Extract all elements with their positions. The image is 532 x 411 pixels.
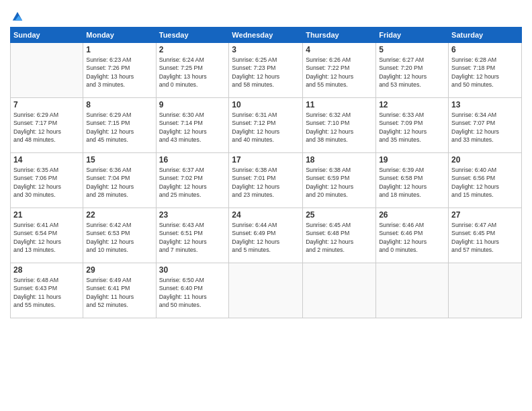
calendar-week-1: 1Sunrise: 6:23 AM Sunset: 7:26 PM Daylig… [11, 43, 522, 98]
calendar-week-2: 7Sunrise: 6:29 AM Sunset: 7:17 PM Daylig… [11, 98, 522, 153]
day-info: Sunrise: 6:42 AM Sunset: 6:53 PM Dayligh… [86, 221, 152, 254]
day-header-sunday: Sunday [11, 28, 83, 43]
day-header-tuesday: Tuesday [156, 28, 229, 43]
calendar-table: SundayMondayTuesdayWednesdayThursdayFrid… [10, 27, 522, 318]
day-number: 13 [451, 100, 519, 109]
day-info: Sunrise: 6:47 AM Sunset: 6:45 PM Dayligh… [451, 221, 519, 254]
day-number: 26 [379, 210, 445, 220]
day-info: Sunrise: 6:40 AM Sunset: 6:56 PM Dayligh… [451, 166, 519, 199]
calendar-cell: 19Sunrise: 6:39 AM Sunset: 6:58 PM Dayli… [376, 153, 449, 208]
calendar-cell: 29Sunrise: 6:49 AM Sunset: 6:41 PM Dayli… [83, 263, 156, 318]
calendar-cell: 12Sunrise: 6:33 AM Sunset: 7:09 PM Dayli… [376, 98, 449, 153]
calendar-cell: 13Sunrise: 6:34 AM Sunset: 7:07 PM Dayli… [449, 98, 522, 153]
calendar-cell: 22Sunrise: 6:42 AM Sunset: 6:53 PM Dayli… [83, 208, 156, 263]
day-info: Sunrise: 6:30 AM Sunset: 7:14 PM Dayligh… [159, 111, 226, 144]
day-info: Sunrise: 6:41 AM Sunset: 6:54 PM Dayligh… [13, 221, 80, 254]
day-info: Sunrise: 6:38 AM Sunset: 6:59 PM Dayligh… [306, 166, 373, 199]
day-number: 17 [232, 155, 300, 165]
day-info: Sunrise: 6:34 AM Sunset: 7:07 PM Dayligh… [451, 111, 519, 144]
day-info: Sunrise: 6:29 AM Sunset: 7:17 PM Dayligh… [13, 111, 80, 144]
day-number: 7 [13, 100, 80, 109]
day-info: Sunrise: 6:44 AM Sunset: 6:49 PM Dayligh… [232, 221, 300, 254]
day-info: Sunrise: 6:38 AM Sunset: 7:01 PM Dayligh… [232, 166, 300, 199]
day-number: 8 [86, 100, 152, 109]
calendar-cell [303, 263, 376, 318]
day-info: Sunrise: 6:37 AM Sunset: 7:02 PM Dayligh… [159, 166, 226, 199]
day-number: 1 [86, 45, 152, 54]
calendar-cell: 26Sunrise: 6:46 AM Sunset: 6:46 PM Dayli… [376, 208, 449, 263]
calendar-week-4: 21Sunrise: 6:41 AM Sunset: 6:54 PM Dayli… [11, 208, 522, 263]
day-number: 29 [86, 265, 152, 275]
calendar-cell [11, 43, 83, 98]
day-info: Sunrise: 6:32 AM Sunset: 7:10 PM Dayligh… [306, 111, 373, 144]
day-number: 12 [379, 100, 445, 109]
day-number: 23 [159, 210, 226, 220]
day-number: 9 [159, 100, 226, 109]
day-info: Sunrise: 6:24 AM Sunset: 7:25 PM Dayligh… [159, 56, 226, 89]
day-info: Sunrise: 6:49 AM Sunset: 6:41 PM Dayligh… [86, 276, 152, 309]
day-info: Sunrise: 6:48 AM Sunset: 6:43 PM Dayligh… [13, 276, 80, 309]
day-number: 21 [13, 210, 80, 220]
day-info: Sunrise: 6:46 AM Sunset: 6:46 PM Dayligh… [379, 221, 445, 254]
day-info: Sunrise: 6:27 AM Sunset: 7:20 PM Dayligh… [379, 56, 445, 89]
calendar-cell: 6Sunrise: 6:28 AM Sunset: 7:18 PM Daylig… [449, 43, 522, 98]
day-info: Sunrise: 6:43 AM Sunset: 6:51 PM Dayligh… [159, 221, 226, 254]
day-number: 18 [306, 155, 373, 165]
calendar-cell: 30Sunrise: 6:50 AM Sunset: 6:40 PM Dayli… [156, 263, 229, 318]
calendar-cell: 10Sunrise: 6:31 AM Sunset: 7:12 PM Dayli… [229, 98, 303, 153]
day-number: 28 [13, 265, 80, 275]
calendar-cell [229, 263, 303, 318]
logo [10, 9, 24, 23]
day-number: 4 [306, 45, 373, 54]
day-info: Sunrise: 6:39 AM Sunset: 6:58 PM Dayligh… [379, 166, 445, 199]
day-number: 2 [159, 45, 226, 54]
calendar-cell: 18Sunrise: 6:38 AM Sunset: 6:59 PM Dayli… [303, 153, 376, 208]
day-info: Sunrise: 6:29 AM Sunset: 7:15 PM Dayligh… [86, 111, 152, 144]
calendar-cell: 28Sunrise: 6:48 AM Sunset: 6:43 PM Dayli… [11, 263, 83, 318]
calendar-cell: 25Sunrise: 6:45 AM Sunset: 6:48 PM Dayli… [303, 208, 376, 263]
day-number: 16 [159, 155, 226, 165]
calendar-cell: 11Sunrise: 6:32 AM Sunset: 7:10 PM Dayli… [303, 98, 376, 153]
day-number: 6 [451, 45, 519, 54]
calendar-cell: 17Sunrise: 6:38 AM Sunset: 7:01 PM Dayli… [229, 153, 303, 208]
day-number: 30 [159, 265, 226, 275]
calendar-cell [376, 263, 449, 318]
days-header-row: SundayMondayTuesdayWednesdayThursdayFrid… [11, 28, 522, 43]
day-number: 25 [306, 210, 373, 220]
day-info: Sunrise: 6:35 AM Sunset: 7:06 PM Dayligh… [13, 166, 80, 199]
logo-icon [11, 11, 24, 23]
calendar-cell: 9Sunrise: 6:30 AM Sunset: 7:14 PM Daylig… [156, 98, 229, 153]
day-number: 10 [232, 100, 300, 109]
header [10, 7, 522, 23]
page: SundayMondayTuesdayWednesdayThursdayFrid… [0, 0, 532, 411]
day-info: Sunrise: 6:33 AM Sunset: 7:09 PM Dayligh… [379, 111, 445, 144]
day-number: 3 [232, 45, 300, 54]
day-header-thursday: Thursday [303, 28, 376, 43]
day-number: 15 [86, 155, 152, 165]
calendar-cell [449, 263, 522, 318]
day-info: Sunrise: 6:28 AM Sunset: 7:18 PM Dayligh… [451, 56, 519, 89]
day-header-saturday: Saturday [449, 28, 522, 43]
calendar-week-5: 28Sunrise: 6:48 AM Sunset: 6:43 PM Dayli… [11, 263, 522, 318]
day-info: Sunrise: 6:26 AM Sunset: 7:22 PM Dayligh… [306, 56, 373, 89]
day-info: Sunrise: 6:31 AM Sunset: 7:12 PM Dayligh… [232, 111, 300, 144]
day-number: 5 [379, 45, 445, 54]
calendar-week-3: 14Sunrise: 6:35 AM Sunset: 7:06 PM Dayli… [11, 153, 522, 208]
day-header-monday: Monday [83, 28, 156, 43]
calendar-cell: 21Sunrise: 6:41 AM Sunset: 6:54 PM Dayli… [11, 208, 83, 263]
calendar-cell: 7Sunrise: 6:29 AM Sunset: 7:17 PM Daylig… [11, 98, 83, 153]
day-header-wednesday: Wednesday [229, 28, 303, 43]
day-info: Sunrise: 6:50 AM Sunset: 6:40 PM Dayligh… [159, 276, 226, 309]
day-number: 20 [451, 155, 519, 165]
calendar-cell: 5Sunrise: 6:27 AM Sunset: 7:20 PM Daylig… [376, 43, 449, 98]
calendar-cell: 27Sunrise: 6:47 AM Sunset: 6:45 PM Dayli… [449, 208, 522, 263]
calendar-cell: 23Sunrise: 6:43 AM Sunset: 6:51 PM Dayli… [156, 208, 229, 263]
day-number: 27 [451, 210, 519, 220]
day-info: Sunrise: 6:45 AM Sunset: 6:48 PM Dayligh… [306, 221, 373, 254]
day-number: 22 [86, 210, 152, 220]
day-info: Sunrise: 6:36 AM Sunset: 7:04 PM Dayligh… [86, 166, 152, 199]
day-number: 14 [13, 155, 80, 165]
day-number: 19 [379, 155, 445, 165]
calendar-cell: 3Sunrise: 6:25 AM Sunset: 7:23 PM Daylig… [229, 43, 303, 98]
day-info: Sunrise: 6:25 AM Sunset: 7:23 PM Dayligh… [232, 56, 300, 89]
